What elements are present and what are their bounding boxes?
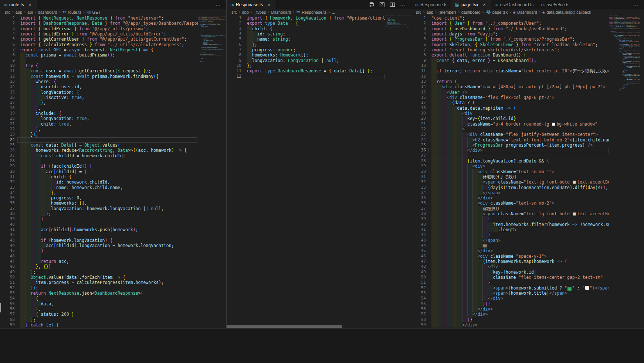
line-number: 46	[411, 254, 426, 259]
line-number: 29	[0, 164, 15, 169]
editor-group-middle: TSResponase.ts×⋯src›app›_types›Dashboard…	[227, 0, 411, 328]
breadcrumb-item[interactable]: app	[427, 10, 433, 14]
code-line: 25 const data: Data[] = Object.values(	[0, 143, 198, 148]
tab-Responase.ts[interactable]: TSResponase.ts	[411, 0, 451, 9]
breadcrumb-item[interactable]: _types	[254, 10, 266, 14]
tab-Responase.ts[interactable]: TSResponase.ts×	[227, 0, 275, 9]
horizontal-scrollbar[interactable]	[227, 325, 342, 328]
line-number: 6	[227, 42, 241, 47]
breadcrumb-item[interactable]: src	[5, 10, 10, 14]
line-number: 39	[411, 216, 426, 222]
code-line: 52 });	[0, 285, 198, 291]
code-line: 12	[411, 74, 609, 79]
line-number: 26	[411, 148, 426, 153]
tabs: TSroute.ts×	[0, 0, 210, 9]
breadcrumb-item[interactable]: src	[231, 10, 237, 14]
breadcrumb-item[interactable]: [@]GET	[87, 10, 101, 14]
close-icon[interactable]: ×	[482, 2, 487, 7]
chevron-right-icon: ›	[435, 10, 437, 15]
tab-useDashboard.ts[interactable]: TSuseDashboard.ts	[491, 0, 538, 9]
line-number: 51	[411, 280, 426, 285]
split-editor-icon[interactable]	[390, 2, 395, 7]
color-swatch-white	[552, 123, 555, 126]
indent-guide	[457, 153, 462, 158]
more-actions-icon[interactable]: ⋯	[633, 2, 639, 8]
code-line: 19 include: {	[0, 111, 198, 116]
indent-guide	[36, 254, 41, 259]
breadcrumb-item[interactable]: TSResponase.ts	[296, 10, 326, 14]
code-line: 11 const user = await getCurrentUser({ r…	[0, 68, 198, 73]
breadcrumb-label: Responase.ts	[302, 10, 326, 14]
breadcrumb-item[interactable]: ◈data.data.map() callback	[542, 10, 591, 14]
breadcrumb-item[interactable]: (member)	[438, 10, 456, 14]
minimap[interactable]: import { Homework, LongVacation } from "…	[386, 15, 411, 328]
chevron-right-icon: ›	[83, 10, 85, 15]
line-number: 50	[411, 275, 426, 280]
breadcrumb-label: _types	[254, 10, 266, 14]
breadcrumb-label: src	[416, 10, 421, 14]
code-line: 6import Skeleton, { SkeletonTheme } from…	[411, 42, 609, 47]
breadcrumb-item[interactable]: dashboard	[461, 10, 481, 14]
scrollbar-strip[interactable]	[640, 15, 644, 328]
open-preview-icon[interactable]	[379, 2, 385, 7]
tabs: TSResponase.ts×	[227, 0, 364, 9]
close-icon[interactable]: ×	[266, 2, 272, 7]
breadcrumb: src›app›(member)›dashboard›page.tsx›◈Das…	[411, 9, 644, 15]
breadcrumb-item[interactable]: app	[242, 10, 249, 14]
minimap[interactable]: "use client";import { User } from "../_c…	[609, 15, 640, 328]
close-icon[interactable]: ×	[27, 2, 33, 7]
code-line: 28 {item.longVacation?.endDate && (	[411, 158, 609, 164]
code-line: 21 child: true,	[0, 121, 198, 127]
code-line: 4 id: string;	[227, 31, 386, 37]
breadcrumb-item[interactable]: page.tsx	[486, 10, 508, 15]
breadcrumb-item[interactable]: ◈Dashboard	[513, 10, 537, 14]
code-line: 13 where: {	[0, 79, 198, 84]
code-editor[interactable]: 1import { Homework, LongVacation } from …	[227, 15, 386, 328]
more-actions-icon[interactable]: ⋯	[216, 2, 221, 8]
tab-route.ts[interactable]: TSroute.ts×	[0, 0, 37, 9]
code-editor[interactable]: 1"use client";2import { User } from "../…	[411, 15, 609, 328]
line-number: 2	[0, 21, 15, 26]
line-number: 20	[411, 116, 426, 121]
line-number: 48	[0, 264, 15, 269]
code-line: 46 <div className="space-y-1">	[411, 254, 609, 259]
indent-guide	[447, 153, 453, 158]
breadcrumb-item[interactable]: src	[416, 10, 421, 14]
tab-page.tsx[interactable]: page.tsx×	[451, 0, 491, 9]
indent-guide	[26, 254, 31, 259]
line-number: 21	[0, 121, 15, 127]
more-actions-icon[interactable]: ⋯	[400, 2, 406, 8]
line-number: 15	[411, 90, 426, 95]
line-number: 10	[227, 63, 241, 68]
breadcrumb-item[interactable]: api	[27, 10, 33, 14]
code-editor[interactable]: 1import { NextRequest, NextResponse } fr…	[0, 15, 198, 328]
code-line: 6 };	[227, 42, 386, 47]
line-number: 30	[411, 169, 426, 174]
code-line: 33 name: homework.child.name,	[0, 185, 198, 190]
code-line: 49 );	[0, 270, 198, 275]
line-number: 38	[411, 211, 426, 216]
line-number: 27	[0, 153, 15, 158]
code-line: 45 }	[0, 248, 198, 253]
editor-group-left: TSroute.ts×⋯src›app›api›dashboard›TSrout…	[0, 0, 227, 328]
minimap[interactable]: import { NextRequest, NextResponse } fro…	[198, 15, 226, 328]
line-number: 45	[0, 248, 15, 253]
code-line: 26 </div>	[411, 148, 609, 153]
code-line: 56 },	[0, 307, 198, 312]
breadcrumb-item[interactable]: ...	[332, 10, 335, 14]
breadcrumb-item[interactable]: Dashboard	[271, 10, 291, 14]
tab-useFetch.ts[interactable]: TSuseFetch.ts	[537, 0, 573, 9]
line-number: 18	[411, 106, 426, 111]
line-number: 23	[0, 132, 15, 137]
breadcrumb-item[interactable]: dashboard	[38, 10, 57, 14]
print-icon[interactable]	[369, 2, 374, 7]
line-number: 21	[411, 121, 426, 127]
edge-marker	[0, 303, 1, 312]
breadcrumb-item[interactable]: app	[16, 10, 22, 14]
code-line: 33 {dayjs(item.longVacation.endDate).dif…	[411, 185, 609, 190]
breadcrumb-item[interactable]: TSroute.ts	[62, 10, 82, 14]
indent-guide	[26, 137, 31, 143]
line-number: 16	[0, 95, 15, 100]
indent-guide	[20, 137, 26, 143]
line-number: 10	[411, 63, 426, 68]
